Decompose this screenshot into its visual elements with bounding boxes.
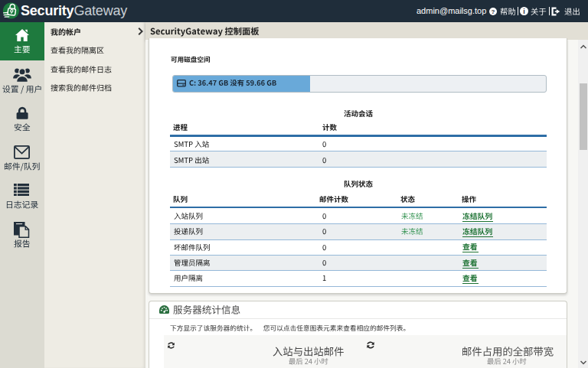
svg-text:i: i <box>523 8 525 15</box>
svg-text:?: ? <box>492 8 495 15</box>
